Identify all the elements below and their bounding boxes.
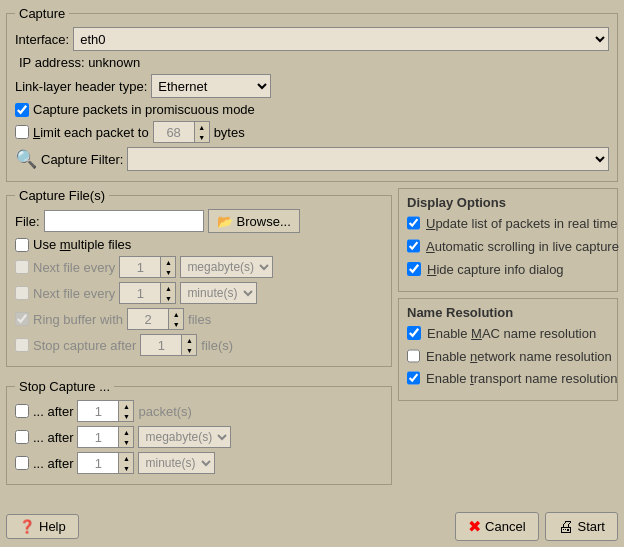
help-icon: ❓: [19, 519, 35, 534]
enable-mac-row: Enable MAC name resolution: [407, 326, 609, 343]
ring-buffer-row: Ring buffer with ▲ ▼ files: [15, 308, 383, 330]
enable-transport-checkbox[interactable]: [407, 371, 420, 385]
update-list-checkbox[interactable]: [407, 216, 420, 230]
display-options-title: Display Options: [407, 195, 609, 210]
stop-mb-unit[interactable]: megabyte(s): [138, 426, 231, 448]
auto-scroll-checkbox[interactable]: [407, 239, 420, 253]
stop-after-mb-row: ... after ▲ ▼ megabyte(s): [15, 426, 383, 448]
stop-min-input[interactable]: [77, 452, 119, 474]
auto-scroll-label: Automatic scrolling in live capture: [426, 239, 619, 256]
hide-capture-checkbox[interactable]: [407, 262, 421, 276]
name-resolution-box: Name Resolution Enable MAC name resoluti…: [398, 298, 618, 402]
next-file-min-input[interactable]: [119, 282, 161, 304]
stop-capture-files-input[interactable]: [140, 334, 182, 356]
limit-packet-down[interactable]: ▼: [195, 132, 209, 142]
stop-capture-files-buttons: ▲ ▼: [182, 334, 197, 356]
limit-packet-unit: bytes: [214, 125, 245, 140]
stop-after-mb-checkbox[interactable]: [15, 430, 29, 444]
name-resolution-title: Name Resolution: [407, 305, 609, 320]
use-multiple-files-checkbox[interactable]: [15, 238, 29, 252]
limit-packet-label: Limit each packet to: [33, 125, 149, 140]
capture-filter-select[interactable]: [127, 147, 609, 171]
file-input[interactable]: [44, 210, 204, 232]
interface-row: Interface: eth0: [15, 27, 609, 51]
limit-packet-up[interactable]: ▲: [195, 122, 209, 132]
next-file-min-label: Next file every: [33, 286, 115, 301]
stop-after-packets-checkbox[interactable]: [15, 404, 29, 418]
enable-mac-checkbox[interactable]: [407, 326, 421, 340]
cancel-button[interactable]: ✖ Cancel: [455, 512, 538, 541]
stop-packets-down[interactable]: ▼: [119, 411, 133, 421]
next-file-mb-checkbox[interactable]: [15, 260, 29, 274]
stop-min-unit[interactable]: minute(s): [138, 452, 215, 474]
stop-after-packets-label: ... after: [33, 404, 73, 419]
promiscuous-row: Capture packets in promiscuous mode: [15, 102, 609, 117]
help-button[interactable]: ❓ Help: [6, 514, 79, 539]
next-file-mb-unit[interactable]: megabyte(s): [180, 256, 273, 278]
enable-network-row: Enable network name resolution: [407, 349, 609, 366]
ip-address-row: IP address: unknown: [15, 55, 609, 70]
stop-mb-down[interactable]: ▼: [119, 437, 133, 447]
promiscuous-label: Capture packets in promiscuous mode: [33, 102, 255, 117]
promiscuous-checkbox[interactable]: [15, 103, 29, 117]
interface-label: Interface:: [15, 32, 69, 47]
ring-buffer-up[interactable]: ▲: [169, 309, 183, 319]
stop-after-mb-label: ... after: [33, 430, 73, 445]
interface-select[interactable]: eth0: [73, 27, 609, 51]
capture-legend: Capture: [15, 6, 69, 21]
left-panel: Capture File(s) File: 📂 Browse... Use mu…: [6, 188, 392, 508]
browse-icon: 📂: [217, 214, 233, 229]
next-file-min-down[interactable]: ▼: [161, 293, 175, 303]
use-multiple-files-label: Use multiple files: [33, 237, 131, 252]
update-list-row: Update list of packets in real time: [407, 216, 609, 233]
capture-filter-row: 🔍 Capture Filter:: [15, 147, 609, 171]
ip-address-text: IP address: unknown: [19, 55, 140, 70]
next-file-min-spinner: ▲ ▼: [119, 282, 176, 304]
enable-mac-label: Enable MAC name resolution: [427, 326, 596, 343]
stop-packets-unit: packet(s): [138, 404, 191, 419]
stop-capture-files-up[interactable]: ▲: [182, 335, 196, 345]
stop-min-spinner: ▲ ▼: [77, 452, 134, 474]
capture-files-section: Capture File(s) File: 📂 Browse... Use mu…: [6, 188, 392, 367]
enable-transport-label: Enable transport name resolution: [426, 371, 618, 388]
ring-buffer-unit: files: [188, 312, 211, 327]
stop-capture-files-checkbox[interactable]: [15, 338, 29, 352]
stop-capture-files-down[interactable]: ▼: [182, 345, 196, 355]
stop-mb-input[interactable]: [77, 426, 119, 448]
next-file-mb-down[interactable]: ▼: [161, 267, 175, 277]
enable-network-label: Enable network name resolution: [426, 349, 612, 366]
ring-buffer-label: Ring buffer with: [33, 312, 123, 327]
ring-buffer-checkbox[interactable]: [15, 312, 29, 326]
next-file-mb-row: Next file every ▲ ▼ megabyte(s): [15, 256, 383, 278]
link-layer-row: Link-layer header type: Ethernet: [15, 74, 609, 98]
next-file-mb-up[interactable]: ▲: [161, 257, 175, 267]
stop-min-down[interactable]: ▼: [119, 463, 133, 473]
next-file-mb-spinner: ▲ ▼: [119, 256, 176, 278]
browse-button[interactable]: 📂 Browse...: [208, 209, 300, 233]
next-file-min-unit[interactable]: minute(s): [180, 282, 257, 304]
limit-packet-spinner-buttons: ▲ ▼: [195, 121, 210, 143]
next-file-min-checkbox[interactable]: [15, 286, 29, 300]
capture-files-legend: Capture File(s): [15, 188, 109, 203]
ring-buffer-down[interactable]: ▼: [169, 319, 183, 329]
update-list-label: Update list of packets in real time: [426, 216, 617, 233]
link-layer-select[interactable]: Ethernet: [151, 74, 271, 98]
next-file-min-up[interactable]: ▲: [161, 283, 175, 293]
stop-mb-up[interactable]: ▲: [119, 427, 133, 437]
next-file-mb-buttons: ▲ ▼: [161, 256, 176, 278]
stop-packets-up[interactable]: ▲: [119, 401, 133, 411]
next-file-mb-input[interactable]: [119, 256, 161, 278]
limit-packet-checkbox[interactable]: [15, 125, 29, 139]
stop-after-min-checkbox[interactable]: [15, 456, 29, 470]
ring-buffer-input[interactable]: [127, 308, 169, 330]
enable-network-checkbox[interactable]: [407, 349, 420, 363]
bottom-bar: ❓ Help ✖ Cancel 🖨 Start: [6, 512, 618, 541]
stop-packets-input[interactable]: [77, 400, 119, 422]
use-multiple-files-row: Use multiple files: [15, 237, 383, 252]
stop-min-up[interactable]: ▲: [119, 453, 133, 463]
ring-buffer-spinner: ▲ ▼: [127, 308, 184, 330]
limit-packet-input[interactable]: [153, 121, 195, 143]
cancel-icon: ✖: [468, 517, 481, 536]
start-button[interactable]: 🖨 Start: [545, 512, 618, 541]
ring-buffer-buttons: ▲ ▼: [169, 308, 184, 330]
